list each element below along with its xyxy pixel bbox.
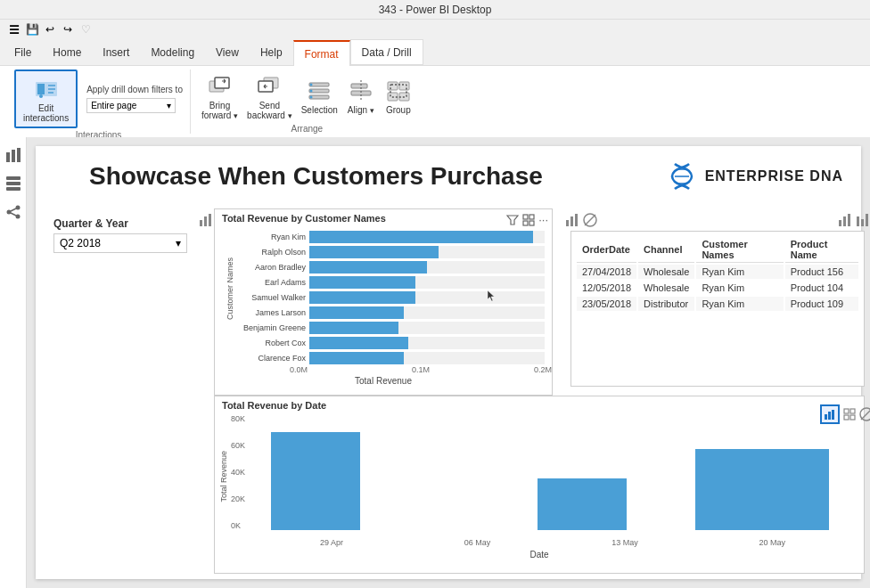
y-tick: 0K xyxy=(231,521,245,530)
table-row: 12/05/2018 Wholesale Ryan Kim Product 10… xyxy=(577,281,858,295)
tab-file[interactable]: File xyxy=(4,39,42,65)
bar-fill xyxy=(309,291,415,304)
x-axis-labels: 29 Apr 06 May 13 May 20 May xyxy=(259,538,846,547)
grid-icon-btn[interactable] xyxy=(841,406,858,422)
cell-orderdate: 23/05/2018 xyxy=(577,297,636,311)
table-row: Ryan Kim xyxy=(234,231,545,243)
svg-rect-35 xyxy=(200,220,202,226)
bar-chart-x-title: Total Revenue xyxy=(215,374,552,388)
group-icon xyxy=(384,77,413,105)
svg-rect-21 xyxy=(6,152,10,162)
bar-track xyxy=(309,291,545,304)
ribbon-content: Editinteractions Apply drill down filter… xyxy=(0,66,870,137)
svg-rect-45 xyxy=(566,220,569,226)
sidebar-icon-model[interactable] xyxy=(3,201,24,223)
canvas-area[interactable]: Showcase When Customers Purchase ENTERPR… xyxy=(27,137,870,588)
bar-group-06may xyxy=(412,414,523,530)
sidebar-icon-report[interactable] xyxy=(3,144,24,166)
svg-rect-62 xyxy=(857,216,859,226)
cell-productname: Product 109 xyxy=(785,297,858,311)
bar-label: Benjamin Greene xyxy=(234,323,306,332)
svg-rect-17 xyxy=(399,82,409,90)
cell-orderdate: 12/05/2018 xyxy=(577,281,636,295)
table-row: Ralph Olson xyxy=(234,246,545,258)
date-chart-x-title: Date xyxy=(215,550,864,559)
svg-rect-54 xyxy=(850,409,855,413)
redo-icon[interactable]: ↪ xyxy=(61,22,75,37)
bar-chart-container[interactable]: Total Revenue by Customer Names ··· Cust… xyxy=(214,208,553,396)
selection-label: Selection xyxy=(301,105,338,115)
date-chart-container[interactable]: Total Revenue by Date Total Revenue 80K … xyxy=(214,396,865,574)
table-bar-icon xyxy=(565,213,579,227)
bar-label: Earl Adams xyxy=(234,278,306,287)
tab-view[interactable]: View xyxy=(205,39,250,65)
sidebar-icon-data[interactable] xyxy=(3,173,24,194)
table-row: 23/05/2018 Distributor Ryan Kim Product … xyxy=(577,297,858,311)
edit-interactions-button[interactable]: Editinteractions xyxy=(14,69,78,128)
bar-20may xyxy=(695,449,829,530)
bar-group-29apr xyxy=(259,414,371,530)
interactions-content: Editinteractions Apply drill down filter… xyxy=(14,69,183,128)
bar-fill xyxy=(309,246,439,258)
tab-insert[interactable]: Insert xyxy=(92,39,140,65)
date-chart-title-inner: Total Revenue by Date xyxy=(215,396,864,414)
x-tick-1: 0.1M xyxy=(412,365,430,374)
ribbon-group-interactions: Editinteractions Apply drill down filter… xyxy=(7,69,191,134)
svg-rect-4 xyxy=(215,78,229,88)
column-chart-icon-btn[interactable] xyxy=(820,404,840,424)
bar-track xyxy=(309,276,545,289)
svg-rect-24 xyxy=(6,176,21,180)
tab-help[interactable]: Help xyxy=(250,39,293,65)
page-title-row: Showcase When Customers Purchase ENTERPR… xyxy=(36,146,861,200)
data-table-container[interactable]: OrderDate Channel Customer Names Product… xyxy=(570,231,865,387)
svg-line-31 xyxy=(11,213,16,216)
cell-customername: Ryan Kim xyxy=(696,265,783,279)
bar-chart-title: Total Revenue by Customer Names xyxy=(215,209,552,225)
group-button[interactable]: Group xyxy=(384,77,413,115)
tab-home[interactable]: Home xyxy=(42,39,92,65)
svg-rect-22 xyxy=(12,150,15,162)
bottom-right-visual-icons xyxy=(820,404,870,424)
tab-modeling[interactable]: Modeling xyxy=(140,39,205,65)
selection-button[interactable]: Selection xyxy=(301,77,338,115)
drill-filter-value: Entire page xyxy=(91,101,167,110)
table-row: Robert Cox xyxy=(234,337,545,349)
data-table: OrderDate Channel Customer Names Product… xyxy=(575,235,860,313)
bar-group-13may xyxy=(527,414,638,530)
table-no-filter-icon xyxy=(583,213,597,227)
svg-rect-37 xyxy=(209,214,211,226)
filter-dropdown[interactable]: Q2 2018 ▾ xyxy=(53,233,187,253)
enterprise-dna-text: ENTERPRISE DNA xyxy=(705,168,843,184)
bar-chart-y-label: Customer Names xyxy=(222,231,234,346)
send-backward-button[interactable]: Sendbackward ▾ xyxy=(247,72,292,120)
edit-interactions-icon xyxy=(32,75,61,103)
undo-icon[interactable]: ↩ xyxy=(43,22,57,37)
svg-rect-64 xyxy=(866,214,868,226)
tab-data-drill[interactable]: Data / Drill xyxy=(350,39,423,65)
bar-13may xyxy=(538,478,627,531)
filter-toolbar-icon[interactable] xyxy=(506,214,519,226)
top-right-col-icon xyxy=(856,213,870,227)
left-sidebar xyxy=(0,137,27,588)
svg-point-10 xyxy=(310,84,313,86)
focus-mode-icon[interactable] xyxy=(522,214,535,226)
align-button[interactable]: Align ▾ xyxy=(347,77,375,115)
quick-access-toolbar: ☰ 💾 ↩ ↪ ♡ xyxy=(0,20,870,39)
cell-channel: Wholesale xyxy=(638,265,694,279)
bring-forward-button[interactable]: Bringforward ▾ xyxy=(201,72,238,120)
bring-forward-icon xyxy=(206,72,234,101)
save-icon[interactable]: 💾 xyxy=(25,22,39,37)
svg-line-49 xyxy=(585,215,595,225)
file-menu[interactable]: ☰ xyxy=(7,22,21,37)
bring-forward-label: Bringforward ▾ xyxy=(201,101,238,120)
bar-track xyxy=(309,246,545,258)
svg-rect-23 xyxy=(17,148,21,162)
drill-filter-dropdown[interactable]: Entire page ▾ xyxy=(86,98,176,113)
bar-fill xyxy=(309,337,408,349)
bar-chart-inner: Ryan Kim Ralph Olson Aaron Bradley xyxy=(234,231,545,346)
tab-format[interactable]: Format xyxy=(293,40,350,66)
more-options-icon[interactable]: ··· xyxy=(538,213,548,226)
svg-rect-26 xyxy=(6,187,21,191)
title-text: 343 - Power BI Desktop xyxy=(379,4,492,16)
svg-rect-63 xyxy=(861,219,864,226)
